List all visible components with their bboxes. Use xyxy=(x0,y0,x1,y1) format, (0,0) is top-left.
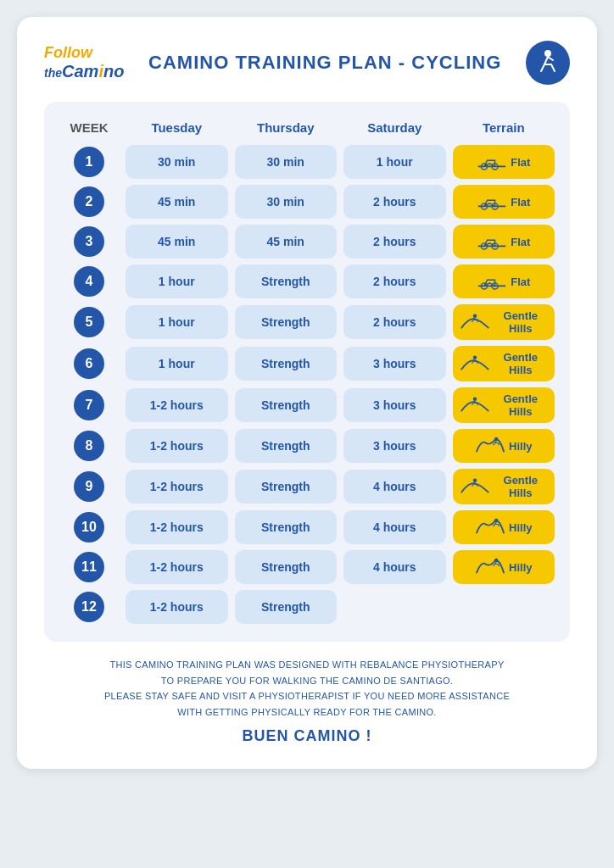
col-thursday: Thursday xyxy=(235,117,338,138)
saturday-cell: 3 hours xyxy=(343,347,446,381)
svg-line-50 xyxy=(494,564,495,566)
svg-line-20 xyxy=(472,320,473,322)
svg-line-40 xyxy=(472,484,473,487)
week-number: 3 xyxy=(74,226,104,257)
svg-line-35 xyxy=(494,442,495,445)
svg-point-23 xyxy=(472,356,477,360)
terrain-label: Gentle Hills xyxy=(494,474,549,499)
cycling-icon xyxy=(526,41,570,85)
svg-line-30 xyxy=(472,403,473,405)
thursday-cell: 30 min xyxy=(235,185,338,219)
week-number: 1 xyxy=(74,147,104,177)
logo-the: the xyxy=(44,67,62,80)
tuesday-cell: 1 hour xyxy=(126,305,228,339)
week-number: 10 xyxy=(74,512,104,542)
svg-point-28 xyxy=(472,398,477,402)
table-row: 245 min30 min2 hoursFlat xyxy=(59,185,555,219)
terrain-label: Gentle Hills xyxy=(494,392,549,418)
saturday-cell: 1 hour xyxy=(343,145,446,179)
table-row: 61 hourStrength3 hoursGentle Hills xyxy=(59,346,555,381)
tuesday-cell: 1-2 hours xyxy=(126,510,228,544)
logo: Follow the Camino xyxy=(44,45,124,81)
week-number: 2 xyxy=(74,186,104,217)
saturday-cell: 2 hours xyxy=(343,185,446,219)
week-number: 4 xyxy=(74,266,104,297)
thursday-cell: Strength xyxy=(235,388,338,422)
svg-point-48 xyxy=(494,559,499,563)
terrain-cell: Flat xyxy=(453,225,555,259)
table-row: 101-2 hoursStrength4 hoursHilly xyxy=(59,510,555,544)
footer-disclaimer: This Camino training plan was designed w… xyxy=(44,657,570,721)
thursday-cell: 45 min xyxy=(235,225,338,259)
logo-follow: Follow xyxy=(44,45,124,62)
training-table: WEEK Tuesday Thursday Saturday Terrain 1… xyxy=(44,102,570,642)
header: Follow the Camino CAMINO TRAINING PLAN -… xyxy=(44,41,570,85)
week-number: 7 xyxy=(74,390,104,420)
tuesday-cell: 1-2 hours xyxy=(126,388,228,422)
svg-line-5 xyxy=(548,57,553,60)
terrain-label: Gentle Hills xyxy=(494,309,549,335)
thursday-cell: Strength xyxy=(235,429,338,463)
saturday-cell: 4 hours xyxy=(343,470,446,504)
logo-camino: Camino xyxy=(62,62,124,81)
terrain-cell-empty xyxy=(453,590,555,624)
table-row: 345 min45 min2 hoursFlat xyxy=(59,225,555,259)
terrain-cell: Hilly xyxy=(453,550,555,584)
thursday-cell: Strength xyxy=(235,470,338,504)
terrain-cell: Flat xyxy=(453,185,555,219)
tuesday-cell: 1 hour xyxy=(126,347,228,381)
week-number: 5 xyxy=(74,307,104,337)
saturday-cell: 3 hours xyxy=(343,388,446,422)
terrain-label: Flat xyxy=(511,196,530,209)
thursday-cell: Strength xyxy=(235,550,338,584)
saturday-cell xyxy=(343,590,446,624)
svg-line-37 xyxy=(498,442,500,445)
svg-point-18 xyxy=(472,314,477,319)
terrain-cell: Gentle Hills xyxy=(453,387,555,423)
saturday-cell: 2 hours xyxy=(343,225,446,259)
week-number: 12 xyxy=(74,592,104,622)
table-row: 81-2 hoursStrength3 hoursHilly xyxy=(59,429,555,463)
svg-point-43 xyxy=(494,519,499,523)
tuesday-cell: 45 min xyxy=(126,185,228,219)
terrain-label: Hilly xyxy=(509,561,532,574)
thursday-cell: Strength xyxy=(235,264,338,298)
saturday-cell: 2 hours xyxy=(343,305,446,339)
tuesday-cell: 45 min xyxy=(126,225,228,259)
thursday-cell: 30 min xyxy=(235,145,338,179)
week-number: 6 xyxy=(74,348,104,379)
svg-line-52 xyxy=(498,564,500,566)
tuesday-cell: 1-2 hours xyxy=(126,429,228,463)
table-row: 91-2 hoursStrength4 hoursGentle Hills xyxy=(59,469,555,504)
saturday-cell: 4 hours xyxy=(343,510,446,544)
table-headers: WEEK Tuesday Thursday Saturday Terrain xyxy=(59,117,555,138)
table-row: 41 hourStrength2 hoursFlat xyxy=(59,264,555,298)
svg-line-25 xyxy=(472,361,473,364)
table-row: 51 hourStrength2 hoursGentle Hills xyxy=(59,304,555,340)
terrain-cell: Gentle Hills xyxy=(453,469,555,504)
saturday-cell: 4 hours xyxy=(343,550,446,584)
table-row: 130 min30 min1 hourFlat xyxy=(59,145,555,179)
terrain-cell: Flat xyxy=(453,264,555,298)
svg-line-1 xyxy=(544,57,548,64)
thursday-cell: Strength xyxy=(235,590,338,624)
thursday-cell: Strength xyxy=(235,347,338,381)
page-title: CAMINO TRAINING PLAN - CYCLING xyxy=(124,52,526,74)
svg-point-38 xyxy=(472,479,477,483)
week-number: 8 xyxy=(74,431,104,461)
svg-point-0 xyxy=(544,50,551,57)
svg-line-45 xyxy=(494,524,495,526)
terrain-cell: Flat xyxy=(453,145,555,179)
terrain-cell: Gentle Hills xyxy=(453,304,555,340)
thursday-cell: Strength xyxy=(235,305,338,339)
svg-line-4 xyxy=(551,64,555,71)
table-body: 130 min30 min1 hourFlat245 min30 min2 ho… xyxy=(59,145,555,624)
terrain-label: Flat xyxy=(511,236,530,248)
table-row: 111-2 hoursStrength4 hoursHilly xyxy=(59,550,555,584)
terrain-label: Gentle Hills xyxy=(494,351,549,376)
week-number: 9 xyxy=(74,471,104,502)
terrain-label: Flat xyxy=(511,275,530,288)
terrain-cell: Hilly xyxy=(453,510,555,544)
svg-line-2 xyxy=(541,64,544,71)
svg-point-33 xyxy=(494,437,499,442)
